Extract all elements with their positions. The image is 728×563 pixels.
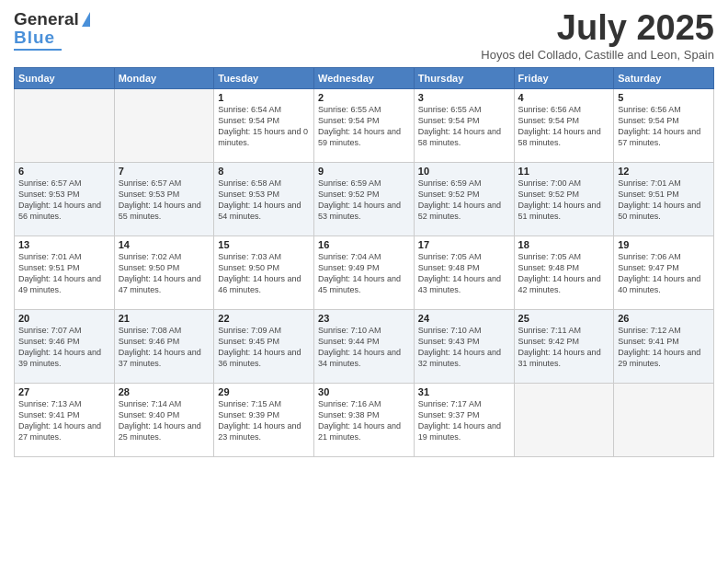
calendar-cell: 9Sunrise: 6:59 AMSunset: 9:52 PMDaylight… xyxy=(314,162,415,236)
day-info: Sunrise: 7:09 AMSunset: 9:45 PMDaylight:… xyxy=(218,325,310,370)
day-info: Sunrise: 7:05 AMSunset: 9:48 PMDaylight:… xyxy=(518,251,610,296)
day-number: 11 xyxy=(518,166,610,177)
calendar-cell: 20Sunrise: 7:07 AMSunset: 9:46 PMDayligh… xyxy=(15,309,115,383)
calendar-header-thursday: Thursday xyxy=(414,67,514,88)
calendar-week-row: 20Sunrise: 7:07 AMSunset: 9:46 PMDayligh… xyxy=(15,309,714,383)
day-info: Sunrise: 7:05 AMSunset: 9:48 PMDaylight:… xyxy=(418,251,510,296)
calendar-cell: 16Sunrise: 7:04 AMSunset: 9:49 PMDayligh… xyxy=(314,236,415,309)
calendar-cell: 2Sunrise: 6:55 AMSunset: 9:54 PMDaylight… xyxy=(314,88,415,162)
calendar-cell: 13Sunrise: 7:01 AMSunset: 9:51 PMDayligh… xyxy=(15,236,115,309)
day-number: 26 xyxy=(618,313,710,324)
day-info: Sunrise: 6:58 AMSunset: 9:53 PMDaylight:… xyxy=(218,178,310,223)
calendar-cell: 22Sunrise: 7:09 AMSunset: 9:45 PMDayligh… xyxy=(214,309,314,383)
day-info: Sunrise: 6:59 AMSunset: 9:52 PMDaylight:… xyxy=(418,178,510,223)
calendar-cell: 8Sunrise: 6:58 AMSunset: 9:53 PMDaylight… xyxy=(214,162,314,236)
calendar-cell: 25Sunrise: 7:11 AMSunset: 9:42 PMDayligh… xyxy=(514,309,614,383)
calendar-week-row: 13Sunrise: 7:01 AMSunset: 9:51 PMDayligh… xyxy=(15,236,714,309)
calendar-header-monday: Monday xyxy=(114,67,214,88)
calendar-cell: 27Sunrise: 7:13 AMSunset: 9:41 PMDayligh… xyxy=(15,383,115,456)
title-block: July 2025 Hoyos del Collado, Castille an… xyxy=(481,9,714,62)
day-number: 10 xyxy=(418,166,510,177)
day-number: 27 xyxy=(18,386,110,397)
month-title: July 2025 xyxy=(481,9,714,48)
calendar-cell: 24Sunrise: 7:10 AMSunset: 9:43 PMDayligh… xyxy=(414,309,514,383)
day-info: Sunrise: 6:56 AMSunset: 9:54 PMDaylight:… xyxy=(518,104,610,149)
calendar-cell: 3Sunrise: 6:55 AMSunset: 9:54 PMDaylight… xyxy=(414,88,514,162)
calendar-header-saturday: Saturday xyxy=(614,67,714,88)
day-number: 24 xyxy=(418,313,510,324)
calendar-cell: 11Sunrise: 7:00 AMSunset: 9:52 PMDayligh… xyxy=(514,162,614,236)
page: General Blue July 2025 Hoyos del Collado… xyxy=(0,0,728,563)
subtitle: Hoyos del Collado, Castille and Leon, Sp… xyxy=(481,48,714,62)
day-info: Sunrise: 7:14 AMSunset: 9:40 PMDaylight:… xyxy=(119,398,210,443)
calendar-cell xyxy=(114,88,214,162)
calendar-cell xyxy=(15,88,115,162)
day-number: 12 xyxy=(618,166,710,177)
calendar-cell: 5Sunrise: 6:56 AMSunset: 9:54 PMDaylight… xyxy=(614,88,714,162)
calendar-week-row: 6Sunrise: 6:57 AMSunset: 9:53 PMDaylight… xyxy=(15,162,714,236)
calendar-cell: 23Sunrise: 7:10 AMSunset: 9:44 PMDayligh… xyxy=(314,309,415,383)
logo-triangle-icon xyxy=(82,12,90,27)
day-info: Sunrise: 7:04 AMSunset: 9:49 PMDaylight:… xyxy=(318,251,410,296)
calendar-header-row: SundayMondayTuesdayWednesdayThursdayFrid… xyxy=(15,67,714,88)
day-number: 2 xyxy=(318,92,410,103)
calendar: SundayMondayTuesdayWednesdayThursdayFrid… xyxy=(14,67,714,457)
day-number: 8 xyxy=(218,166,310,177)
day-info: Sunrise: 7:02 AMSunset: 9:50 PMDaylight:… xyxy=(119,251,210,296)
calendar-cell: 29Sunrise: 7:15 AMSunset: 9:39 PMDayligh… xyxy=(214,383,314,456)
day-info: Sunrise: 6:55 AMSunset: 9:54 PMDaylight:… xyxy=(318,104,410,149)
day-number: 25 xyxy=(518,313,610,324)
day-number: 20 xyxy=(18,313,110,324)
calendar-cell: 18Sunrise: 7:05 AMSunset: 9:48 PMDayligh… xyxy=(514,236,614,309)
calendar-cell: 10Sunrise: 6:59 AMSunset: 9:52 PMDayligh… xyxy=(414,162,514,236)
day-info: Sunrise: 7:06 AMSunset: 9:47 PMDaylight:… xyxy=(618,251,710,296)
day-number: 14 xyxy=(119,239,210,250)
calendar-cell: 31Sunrise: 7:17 AMSunset: 9:37 PMDayligh… xyxy=(414,383,514,456)
day-number: 15 xyxy=(218,239,310,250)
day-number: 30 xyxy=(318,386,410,397)
calendar-cell: 26Sunrise: 7:12 AMSunset: 9:41 PMDayligh… xyxy=(614,309,714,383)
day-info: Sunrise: 7:11 AMSunset: 9:42 PMDaylight:… xyxy=(518,325,610,370)
day-info: Sunrise: 7:07 AMSunset: 9:46 PMDaylight:… xyxy=(18,325,110,370)
day-info: Sunrise: 7:00 AMSunset: 9:52 PMDaylight:… xyxy=(518,178,610,223)
day-number: 6 xyxy=(18,166,110,177)
day-info: Sunrise: 7:12 AMSunset: 9:41 PMDaylight:… xyxy=(618,325,710,370)
day-number: 18 xyxy=(518,239,610,250)
calendar-week-row: 27Sunrise: 7:13 AMSunset: 9:41 PMDayligh… xyxy=(15,383,714,456)
calendar-week-row: 1Sunrise: 6:54 AMSunset: 9:54 PMDaylight… xyxy=(15,88,714,162)
day-info: Sunrise: 6:59 AMSunset: 9:52 PMDaylight:… xyxy=(318,178,410,223)
calendar-cell: 28Sunrise: 7:14 AMSunset: 9:40 PMDayligh… xyxy=(114,383,214,456)
day-number: 22 xyxy=(218,313,310,324)
day-info: Sunrise: 6:56 AMSunset: 9:54 PMDaylight:… xyxy=(618,104,710,149)
calendar-cell: 6Sunrise: 6:57 AMSunset: 9:53 PMDaylight… xyxy=(15,162,115,236)
calendar-cell: 12Sunrise: 7:01 AMSunset: 9:51 PMDayligh… xyxy=(614,162,714,236)
logo-blue: Blue xyxy=(14,28,55,48)
logo-general: General xyxy=(14,9,79,29)
day-info: Sunrise: 6:57 AMSunset: 9:53 PMDaylight:… xyxy=(119,178,210,223)
day-number: 31 xyxy=(418,386,510,397)
logo-underline xyxy=(14,49,62,51)
calendar-cell: 19Sunrise: 7:06 AMSunset: 9:47 PMDayligh… xyxy=(614,236,714,309)
day-number: 19 xyxy=(618,239,710,250)
day-info: Sunrise: 7:10 AMSunset: 9:44 PMDaylight:… xyxy=(318,325,410,370)
day-info: Sunrise: 7:10 AMSunset: 9:43 PMDaylight:… xyxy=(418,325,510,370)
day-info: Sunrise: 7:01 AMSunset: 9:51 PMDaylight:… xyxy=(18,251,110,296)
calendar-cell xyxy=(614,383,714,456)
day-info: Sunrise: 6:55 AMSunset: 9:54 PMDaylight:… xyxy=(418,104,510,149)
calendar-cell xyxy=(514,383,614,456)
calendar-cell: 21Sunrise: 7:08 AMSunset: 9:46 PMDayligh… xyxy=(114,309,214,383)
day-number: 7 xyxy=(119,166,210,177)
day-info: Sunrise: 7:17 AMSunset: 9:37 PMDaylight:… xyxy=(418,398,510,443)
calendar-header-tuesday: Tuesday xyxy=(214,67,314,88)
calendar-cell: 15Sunrise: 7:03 AMSunset: 9:50 PMDayligh… xyxy=(214,236,314,309)
day-number: 13 xyxy=(18,239,110,250)
day-number: 5 xyxy=(618,92,710,103)
day-info: Sunrise: 7:16 AMSunset: 9:38 PMDaylight:… xyxy=(318,398,410,443)
calendar-cell: 4Sunrise: 6:56 AMSunset: 9:54 PMDaylight… xyxy=(514,88,614,162)
day-info: Sunrise: 7:03 AMSunset: 9:50 PMDaylight:… xyxy=(218,251,310,296)
day-number: 3 xyxy=(418,92,510,103)
day-number: 17 xyxy=(418,239,510,250)
day-number: 16 xyxy=(318,239,410,250)
day-number: 28 xyxy=(119,386,210,397)
day-number: 21 xyxy=(119,313,210,324)
